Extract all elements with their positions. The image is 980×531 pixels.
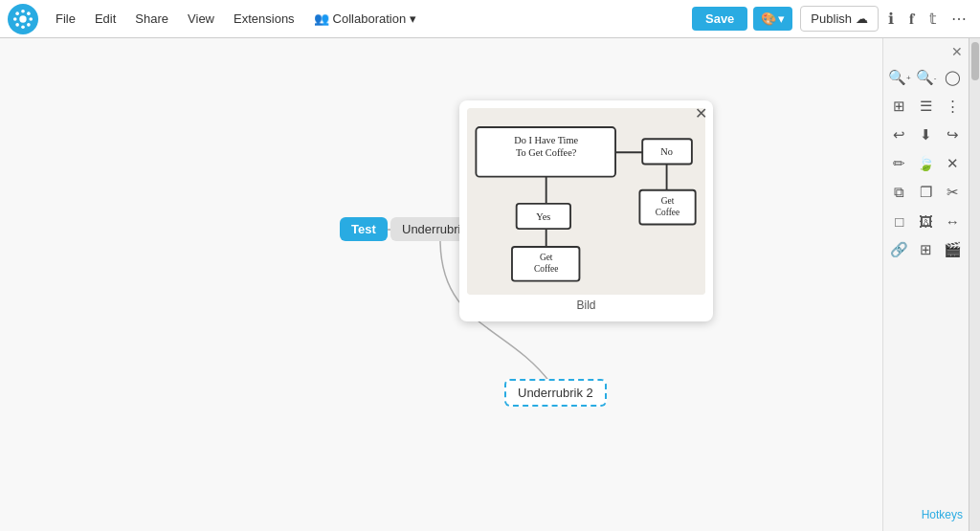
- svg-point-6: [27, 23, 31, 27]
- video-icon[interactable]: 🎬: [940, 237, 965, 262]
- image-icon[interactable]: 🖼: [914, 209, 939, 233]
- publish-cloud-icon: ☁: [856, 11, 868, 26]
- svg-point-3: [13, 17, 17, 21]
- table-icon[interactable]: ☰: [914, 94, 939, 119]
- node-test[interactable]: Test: [340, 217, 388, 241]
- leaf-icon[interactable]: 🍃: [914, 151, 939, 176]
- panel-row-media: 🔗 ⊞ 🎬: [887, 237, 965, 262]
- panel-row-edit: ✏ 🍃 ✕: [887, 151, 965, 176]
- svg-text:Coffee: Coffee: [656, 208, 679, 217]
- publish-label: Publish: [811, 11, 852, 26]
- scroll-area[interactable]: [969, 38, 980, 531]
- collaboration-chevron: ▾: [410, 11, 416, 26]
- main-area: Test Underrubrik Underrubrik 2 ✕ Do I Ha…: [0, 38, 980, 531]
- menu-extensions[interactable]: Extensions: [226, 8, 302, 30]
- svg-text:To Get Coffee?: To Get Coffee?: [516, 147, 577, 158]
- svg-text:Yes: Yes: [536, 211, 550, 222]
- theme-button[interactable]: 🎨 ▾: [753, 7, 792, 31]
- org-chart-icon[interactable]: ⊞: [887, 94, 912, 119]
- scroll-thumb[interactable]: [971, 42, 979, 80]
- node-underrubrik2-label: Underrubrik 2: [518, 386, 593, 400]
- svg-point-8: [15, 23, 19, 27]
- panel-row-layout: ⊞ ☰ ⋮: [887, 94, 965, 119]
- coffee-diagram: Do I Have Time To Get Coffee? No Get Cof…: [467, 108, 705, 295]
- delete-icon[interactable]: ✕: [940, 151, 965, 176]
- facebook-button[interactable]: 𝐟: [903, 7, 920, 32]
- image-card[interactable]: ✕ Do I Have Time To Get Coffee? No: [459, 100, 713, 321]
- svg-text:Get: Get: [540, 253, 553, 262]
- grid-icon[interactable]: ⊞: [914, 237, 939, 262]
- svg-text:Do I Have Time: Do I Have Time: [514, 135, 578, 145]
- logo[interactable]: [8, 4, 38, 34]
- duplicate-icon[interactable]: ❐: [914, 180, 939, 205]
- svg-point-7: [27, 11, 31, 15]
- more-button[interactable]: ⋯: [946, 6, 972, 32]
- publish-button[interactable]: Publish ☁: [800, 6, 879, 32]
- pen-icon[interactable]: ✏: [887, 151, 912, 176]
- svg-text:No: No: [660, 146, 673, 157]
- menu-collaboration[interactable]: 👥 Collaboration ▾: [306, 8, 425, 30]
- connectors: [0, 38, 882, 531]
- save-button[interactable]: Save: [692, 7, 747, 31]
- panel-row-zoom: 🔍+ 🔍- ◯: [887, 65, 965, 90]
- svg-text:Coffee: Coffee: [534, 264, 558, 274]
- theme-chevron: ▾: [778, 11, 785, 26]
- svg-point-2: [21, 25, 25, 29]
- download-icon[interactable]: ⬇: [914, 122, 939, 147]
- svg-text:Get: Get: [661, 196, 675, 206]
- image-card-close[interactable]: ✕: [695, 104, 707, 122]
- node-underrubrik-label: Underrubrik: [402, 222, 467, 236]
- theme-icon: 🎨: [761, 11, 776, 26]
- menu-edit[interactable]: Edit: [87, 8, 123, 30]
- panel-close-icon[interactable]: ✕: [951, 44, 963, 59]
- panel-row-transfer: ↩ ⬇ ↪: [887, 122, 965, 147]
- cut-icon[interactable]: ✂: [940, 180, 965, 205]
- svg-point-4: [29, 17, 33, 21]
- twitter-button[interactable]: 𝕥: [924, 6, 942, 32]
- hotkeys-link[interactable]: Hotkeys: [887, 504, 965, 525]
- more-options-icon[interactable]: ⋮: [940, 94, 965, 119]
- shape-icon[interactable]: □: [887, 209, 912, 233]
- image-card-label: Bild: [467, 295, 705, 314]
- toolbar: File Edit Share View Extensions 👥 Collab…: [0, 0, 980, 38]
- svg-point-0: [19, 15, 26, 22]
- menu-view[interactable]: View: [180, 8, 222, 30]
- menu-share[interactable]: Share: [127, 8, 176, 30]
- panel-row-insert: □ 🖼 ↔: [887, 209, 965, 233]
- connector-icon[interactable]: ↔: [940, 209, 965, 233]
- zoom-in-icon[interactable]: 🔍+: [887, 65, 912, 90]
- collaboration-icon: 👥: [314, 11, 329, 26]
- right-panel: ✕ 🔍+ 🔍- ◯ ⊞ ☰ ⋮ ↩ ⬇ ↪ ✏ 🍃 ✕ ⧉ ❐: [882, 38, 969, 531]
- zoom-out-icon[interactable]: 🔍-: [914, 65, 939, 90]
- menu-file[interactable]: File: [48, 8, 83, 30]
- export-icon[interactable]: ↪: [940, 122, 965, 147]
- fit-icon[interactable]: ◯: [940, 65, 965, 90]
- canvas[interactable]: Test Underrubrik Underrubrik 2 ✕ Do I Ha…: [0, 38, 882, 531]
- svg-point-5: [15, 11, 19, 15]
- panel-row-clipboard: ⧉ ❐ ✂: [887, 180, 965, 205]
- collaboration-label: Collaboration: [333, 11, 407, 26]
- link-icon[interactable]: 🔗: [887, 237, 912, 262]
- node-underrubrik2[interactable]: Underrubrik 2: [504, 379, 607, 407]
- import-icon[interactable]: ↩: [887, 122, 912, 147]
- node-test-label: Test: [351, 222, 376, 236]
- info-button[interactable]: ℹ: [882, 6, 900, 32]
- svg-point-1: [21, 9, 25, 12]
- copy-icon[interactable]: ⧉: [887, 180, 912, 205]
